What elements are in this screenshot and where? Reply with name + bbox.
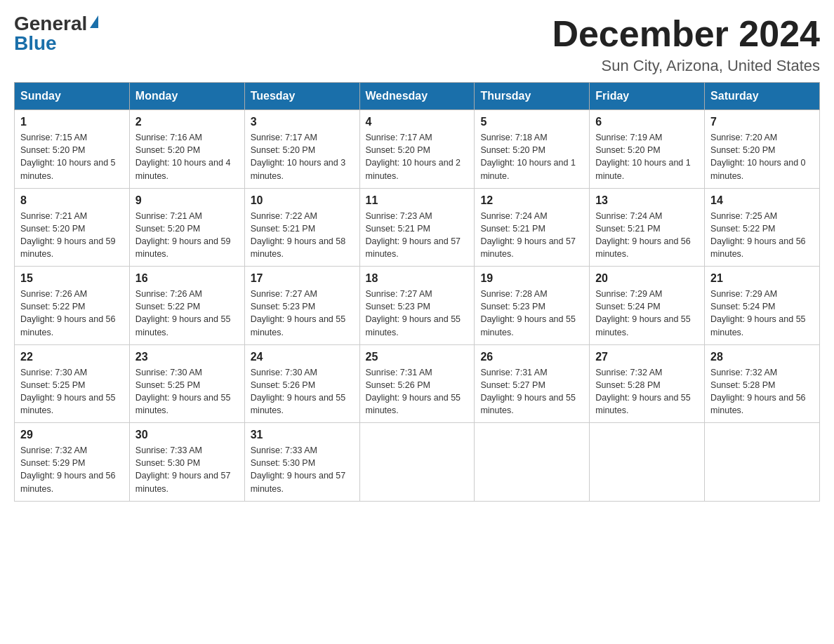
calendar-cell: 28 Sunrise: 7:32 AMSunset: 5:28 PMDaylig… bbox=[705, 344, 820, 423]
calendar-cell: 17 Sunrise: 7:27 AMSunset: 5:23 PMDaylig… bbox=[244, 267, 359, 345]
day-number: 22 bbox=[20, 351, 124, 363]
day-info: Sunrise: 7:26 AMSunset: 5:22 PMDaylight:… bbox=[135, 289, 231, 337]
day-number: 19 bbox=[480, 272, 583, 285]
day-info: Sunrise: 7:28 AMSunset: 5:23 PMDaylight:… bbox=[480, 289, 576, 337]
week-row-5: 29 Sunrise: 7:32 AMSunset: 5:29 PMDaylig… bbox=[15, 423, 820, 502]
day-info: Sunrise: 7:31 AMSunset: 5:27 PMDaylight:… bbox=[480, 368, 576, 415]
day-info: Sunrise: 7:20 AMSunset: 5:20 PMDaylight:… bbox=[710, 133, 806, 180]
day-info: Sunrise: 7:32 AMSunset: 5:29 PMDaylight:… bbox=[20, 445, 116, 493]
day-number: 1 bbox=[20, 116, 124, 128]
title-block: December 2024 Sun City, Arizona, United … bbox=[552, 14, 820, 75]
calendar-cell: 13 Sunrise: 7:24 AMSunset: 5:21 PMDaylig… bbox=[590, 188, 705, 267]
header-row: SundayMondayTuesdayWednesdayThursdayFrid… bbox=[15, 83, 820, 110]
day-number: 4 bbox=[366, 116, 469, 128]
day-info: Sunrise: 7:22 AMSunset: 5:21 PMDaylight:… bbox=[251, 211, 346, 259]
day-number: 14 bbox=[710, 194, 814, 207]
day-number: 15 bbox=[20, 272, 124, 285]
day-info: Sunrise: 7:18 AMSunset: 5:20 PMDaylight:… bbox=[480, 133, 576, 180]
header-cell-friday: Friday bbox=[590, 83, 705, 110]
day-number: 27 bbox=[595, 351, 699, 363]
day-number: 21 bbox=[710, 272, 814, 285]
calendar-cell: 7 Sunrise: 7:20 AMSunset: 5:20 PMDayligh… bbox=[705, 110, 820, 189]
day-info: Sunrise: 7:21 AMSunset: 5:20 PMDaylight:… bbox=[20, 211, 116, 259]
day-number: 8 bbox=[20, 194, 124, 207]
day-number: 30 bbox=[135, 429, 239, 441]
day-number: 10 bbox=[251, 194, 354, 207]
day-number: 3 bbox=[251, 116, 354, 128]
day-info: Sunrise: 7:30 AMSunset: 5:25 PMDaylight:… bbox=[135, 368, 231, 415]
day-info: Sunrise: 7:16 AMSunset: 5:20 PMDaylight:… bbox=[135, 133, 231, 180]
calendar-cell: 14 Sunrise: 7:25 AMSunset: 5:22 PMDaylig… bbox=[705, 188, 820, 267]
day-info: Sunrise: 7:23 AMSunset: 5:21 PMDaylight:… bbox=[366, 211, 461, 259]
calendar-cell: 26 Sunrise: 7:31 AMSunset: 5:27 PMDaylig… bbox=[475, 344, 590, 423]
calendar-cell: 27 Sunrise: 7:32 AMSunset: 5:28 PMDaylig… bbox=[590, 344, 705, 423]
day-info: Sunrise: 7:27 AMSunset: 5:23 PMDaylight:… bbox=[251, 289, 346, 337]
calendar-cell: 9 Sunrise: 7:21 AMSunset: 5:20 PMDayligh… bbox=[129, 188, 244, 267]
day-info: Sunrise: 7:27 AMSunset: 5:23 PMDaylight:… bbox=[366, 289, 461, 337]
calendar-cell: 3 Sunrise: 7:17 AMSunset: 5:20 PMDayligh… bbox=[244, 110, 359, 189]
day-number: 17 bbox=[251, 272, 354, 285]
calendar-cell bbox=[359, 423, 475, 502]
calendar-cell: 2 Sunrise: 7:16 AMSunset: 5:20 PMDayligh… bbox=[129, 110, 244, 189]
calendar-cell: 11 Sunrise: 7:23 AMSunset: 5:21 PMDaylig… bbox=[359, 188, 475, 267]
day-number: 24 bbox=[251, 351, 354, 363]
day-number: 12 bbox=[480, 194, 583, 207]
day-info: Sunrise: 7:33 AMSunset: 5:30 PMDaylight:… bbox=[135, 445, 231, 493]
calendar-cell: 20 Sunrise: 7:29 AMSunset: 5:24 PMDaylig… bbox=[590, 267, 705, 345]
calendar-cell: 16 Sunrise: 7:26 AMSunset: 5:22 PMDaylig… bbox=[129, 267, 244, 345]
header-cell-saturday: Saturday bbox=[705, 83, 820, 110]
calendar-subtitle: Sun City, Arizona, United States bbox=[552, 57, 820, 75]
logo: General Blue bbox=[14, 14, 98, 53]
day-number: 7 bbox=[710, 116, 814, 128]
day-info: Sunrise: 7:30 AMSunset: 5:25 PMDaylight:… bbox=[20, 368, 116, 415]
day-info: Sunrise: 7:25 AMSunset: 5:22 PMDaylight:… bbox=[710, 211, 806, 259]
calendar-cell: 15 Sunrise: 7:26 AMSunset: 5:22 PMDaylig… bbox=[15, 267, 130, 345]
day-info: Sunrise: 7:29 AMSunset: 5:24 PMDaylight:… bbox=[595, 289, 691, 337]
header-cell-tuesday: Tuesday bbox=[244, 83, 359, 110]
calendar-table: SundayMondayTuesdayWednesdayThursdayFrid… bbox=[14, 82, 820, 502]
day-info: Sunrise: 7:33 AMSunset: 5:30 PMDaylight:… bbox=[251, 445, 346, 493]
page-header: General Blue December 2024 Sun City, Ari… bbox=[14, 14, 820, 75]
calendar-title: December 2024 bbox=[552, 14, 820, 54]
day-info: Sunrise: 7:31 AMSunset: 5:26 PMDaylight:… bbox=[366, 368, 461, 415]
calendar-cell bbox=[590, 423, 705, 502]
calendar-cell: 22 Sunrise: 7:30 AMSunset: 5:25 PMDaylig… bbox=[15, 344, 130, 423]
header-cell-thursday: Thursday bbox=[475, 83, 590, 110]
day-info: Sunrise: 7:15 AMSunset: 5:20 PMDaylight:… bbox=[20, 133, 116, 180]
calendar-cell: 25 Sunrise: 7:31 AMSunset: 5:26 PMDaylig… bbox=[359, 344, 475, 423]
calendar-cell: 29 Sunrise: 7:32 AMSunset: 5:29 PMDaylig… bbox=[15, 423, 130, 502]
day-info: Sunrise: 7:17 AMSunset: 5:20 PMDaylight:… bbox=[366, 133, 461, 180]
day-number: 20 bbox=[595, 272, 699, 285]
day-info: Sunrise: 7:32 AMSunset: 5:28 PMDaylight:… bbox=[710, 368, 806, 415]
calendar-cell: 1 Sunrise: 7:15 AMSunset: 5:20 PMDayligh… bbox=[15, 110, 130, 189]
day-number: 31 bbox=[251, 429, 354, 441]
day-number: 23 bbox=[135, 351, 239, 363]
day-number: 25 bbox=[366, 351, 469, 363]
week-row-3: 15 Sunrise: 7:26 AMSunset: 5:22 PMDaylig… bbox=[15, 267, 820, 345]
day-info: Sunrise: 7:24 AMSunset: 5:21 PMDaylight:… bbox=[595, 211, 691, 259]
calendar-cell bbox=[475, 423, 590, 502]
calendar-cell: 18 Sunrise: 7:27 AMSunset: 5:23 PMDaylig… bbox=[359, 267, 475, 345]
day-number: 11 bbox=[366, 194, 469, 207]
day-info: Sunrise: 7:26 AMSunset: 5:22 PMDaylight:… bbox=[20, 289, 116, 337]
calendar-cell: 30 Sunrise: 7:33 AMSunset: 5:30 PMDaylig… bbox=[129, 423, 244, 502]
day-number: 6 bbox=[595, 116, 699, 128]
week-row-2: 8 Sunrise: 7:21 AMSunset: 5:20 PMDayligh… bbox=[15, 188, 820, 267]
calendar-cell: 4 Sunrise: 7:17 AMSunset: 5:20 PMDayligh… bbox=[359, 110, 475, 189]
week-row-1: 1 Sunrise: 7:15 AMSunset: 5:20 PMDayligh… bbox=[15, 110, 820, 189]
calendar-cell: 21 Sunrise: 7:29 AMSunset: 5:24 PMDaylig… bbox=[705, 267, 820, 345]
day-number: 5 bbox=[480, 116, 583, 128]
header-cell-sunday: Sunday bbox=[15, 83, 130, 110]
calendar-cell: 8 Sunrise: 7:21 AMSunset: 5:20 PMDayligh… bbox=[15, 188, 130, 267]
day-info: Sunrise: 7:19 AMSunset: 5:20 PMDaylight:… bbox=[595, 133, 691, 180]
calendar-cell: 6 Sunrise: 7:19 AMSunset: 5:20 PMDayligh… bbox=[590, 110, 705, 189]
header-cell-monday: Monday bbox=[129, 83, 244, 110]
day-number: 9 bbox=[135, 194, 239, 207]
calendar-cell: 12 Sunrise: 7:24 AMSunset: 5:21 PMDaylig… bbox=[475, 188, 590, 267]
day-number: 28 bbox=[710, 351, 814, 363]
calendar-cell bbox=[705, 423, 820, 502]
day-number: 18 bbox=[366, 272, 469, 285]
day-info: Sunrise: 7:17 AMSunset: 5:20 PMDaylight:… bbox=[251, 133, 346, 180]
calendar-cell: 23 Sunrise: 7:30 AMSunset: 5:25 PMDaylig… bbox=[129, 344, 244, 423]
logo-triangle-icon bbox=[90, 15, 98, 28]
